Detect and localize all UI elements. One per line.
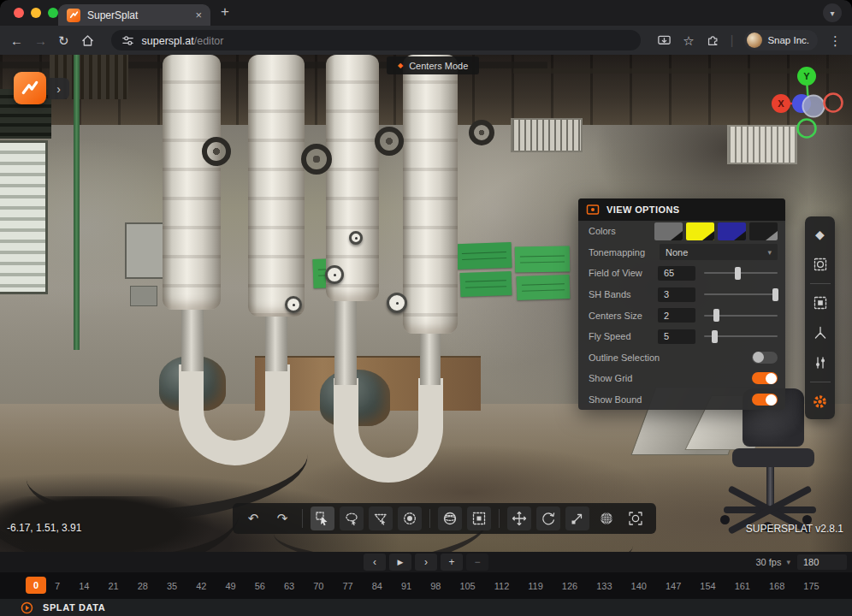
timeline-tick[interactable]: 42 [196,581,206,591]
scale-tool[interactable] [565,506,589,530]
show-bound-toggle[interactable] [752,394,778,406]
new-tab-button[interactable]: + [221,3,229,21]
timeline[interactable]: 0 71421283542495663707784919810511211912… [0,572,852,599]
scene-green-tape [456,242,512,270]
outline-selection-toggle[interactable] [752,352,778,364]
timeline-tick[interactable]: 154 [700,581,715,591]
timeline-tick[interactable]: 161 [735,581,750,591]
timeline-tick[interactable]: 175 [803,581,819,591]
expand-panel-icon[interactable] [21,601,33,614]
centers-size-slider[interactable] [704,309,778,322]
add-keyframe-button[interactable]: + [441,554,463,571]
timeline-tick[interactable]: 35 [167,581,177,591]
extensions-icon[interactable] [706,33,719,47]
move-tool[interactable] [507,506,531,530]
timeline-tick[interactable]: 77 [342,581,352,591]
sh-bands-input[interactable]: 3 [658,287,695,302]
frame-focus-button[interactable] [624,506,648,530]
home-icon[interactable] [80,33,95,48]
timeline-tick[interactable]: 63 [284,581,294,591]
timeline-tick[interactable]: 112 [494,581,510,591]
sphere-select-tool[interactable] [438,506,462,530]
gizmo-neg-x-handle[interactable] [825,94,843,112]
timeline-tick[interactable]: 14 [79,581,89,591]
timeline-tick[interactable]: 21 [108,581,118,591]
polygon-select-tool[interactable] [369,506,393,530]
globe-camera-button[interactable] [595,506,618,530]
send-to-device-icon[interactable] [657,33,672,48]
menu-expand-button[interactable]: › [48,78,69,99]
tab-close-icon[interactable]: × [195,9,202,21]
selected-color-swatch[interactable] [686,222,714,240]
tonemapping-select[interactable]: None ▾ [660,244,778,260]
back-icon[interactable]: ← [10,34,23,47]
fov-slider[interactable] [704,267,778,280]
prev-frame-button[interactable]: ‹ [364,554,386,571]
browser-tab[interactable]: SuperSplat × [58,4,210,26]
play-button[interactable]: ▶ [389,554,411,571]
splat-color-swatch[interactable] [654,222,683,240]
splat-data-bar[interactable]: SPLAT DATA [0,599,852,616]
timeline-tick[interactable]: 98 [430,581,441,591]
unselected-color-swatch[interactable] [718,222,746,240]
supersplat-logo-button[interactable] [14,72,46,104]
timeline-tick[interactable]: 7 [55,581,60,591]
timeline-tick[interactable]: 126 [562,581,577,591]
centers-size-input[interactable]: 2 [658,308,695,323]
undo-button[interactable]: ↶ [241,506,265,530]
browser-menu-icon[interactable]: ⋮ [829,34,842,47]
axis-gizmo[interactable]: Y X [766,64,851,145]
rotate-tool[interactable] [536,506,560,530]
bookmark-star-icon[interactable]: ☆ [683,34,694,47]
gizmo-center-handle[interactable] [803,96,825,117]
minimize-window-button[interactable] [31,8,41,18]
locked-color-swatch[interactable] [749,222,778,240]
scene-green-tape [460,271,512,297]
timeline-ticks[interactable]: 7142128354249566370778491981051121191261… [55,572,819,599]
address-bar[interactable]: superspl.at/editor [111,30,642,50]
timeline-tick[interactable]: 56 [255,581,265,591]
remove-keyframe-button[interactable]: − [466,554,488,571]
timeline-tick[interactable]: 147 [666,581,681,591]
reload-icon[interactable]: ↻ [58,34,69,47]
next-frame-button[interactable]: › [415,554,437,571]
gizmo-neg-y-handle[interactable] [798,120,816,138]
origin-axes-button[interactable] [809,322,831,344]
view-settings-gear-button[interactable] [809,390,831,412]
sh-bands-slider[interactable] [704,288,778,301]
frame-selection-button[interactable] [809,292,831,314]
show-grid-toggle[interactable] [752,372,778,384]
close-window-button[interactable] [14,8,24,18]
select-marquee-button[interactable] [809,253,831,275]
tab-search-chevron-icon[interactable]: ▾ [823,3,842,22]
traffic-lights[interactable] [14,8,58,18]
fly-speed-slider[interactable] [704,330,778,343]
box-select-tool[interactable] [467,506,491,530]
fps-select[interactable]: 30 fps ▾ [756,557,791,567]
timeline-tick[interactable]: 133 [596,581,612,591]
view-options-header[interactable]: VIEW OPTIONS [578,198,785,221]
timeline-tick[interactable]: 49 [225,581,235,591]
timeline-tick[interactable]: 28 [138,581,148,591]
timeline-tick[interactable]: 105 [459,581,475,591]
timeline-current-frame[interactable]: 0 [26,577,46,594]
timeline-tick[interactable]: 140 [631,581,647,591]
timeline-tick[interactable]: 91 [401,581,411,591]
brush-select-tool[interactable] [398,506,422,530]
fly-speed-input[interactable]: 5 [658,329,695,344]
lasso-select-tool[interactable] [340,506,364,530]
timeline-tick[interactable]: 119 [528,581,543,591]
picker-select-tool[interactable] [311,506,334,530]
site-settings-icon[interactable] [121,34,134,47]
scene-window-shutters [0,140,48,294]
timeline-tick[interactable]: 84 [372,581,382,591]
profile-chip[interactable]: Snap Inc. [744,30,818,50]
options-sliders-button[interactable] [809,352,831,374]
maximize-window-button[interactable] [48,8,58,18]
total-frames-input[interactable]: 180 [797,554,847,570]
timeline-tick[interactable]: 70 [313,581,323,591]
fov-input[interactable]: 65 [658,266,695,281]
timeline-tick[interactable]: 168 [769,581,784,591]
centers-mode-button[interactable]: ◆ [809,223,831,246]
redo-button[interactable]: ↷ [270,506,294,530]
